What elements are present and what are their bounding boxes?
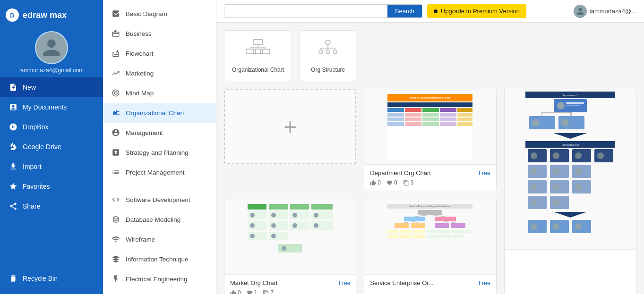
svg-point-50 — [532, 119, 540, 126]
blue-org-chart-card[interactable]: Department 1 — [504, 89, 636, 294]
svg-point-110 — [314, 223, 318, 228]
mid-label-database: Database Modeling — [126, 216, 180, 223]
nav-item-favorites[interactable]: Favorites — [0, 176, 103, 196]
nav-label-google-drive: Google Drive — [23, 143, 61, 151]
mid-item-database[interactable]: Database Modeling — [103, 210, 216, 229]
svg-rect-122 — [395, 223, 409, 228]
svg-line-129 — [414, 221, 418, 223]
project-icon — [111, 167, 121, 177]
svg-rect-35 — [422, 118, 439, 121]
upgrade-button[interactable]: Upgrade to Premium Version — [427, 4, 526, 18]
svg-rect-48 — [566, 105, 580, 106]
svg-point-104 — [250, 223, 255, 228]
svg-rect-94 — [311, 204, 333, 210]
mid-item-business[interactable]: Business — [103, 24, 216, 43]
nav-item-my-documents[interactable]: My Documents — [0, 97, 103, 117]
service-enterprise-info: Service Enterprise Or... Free — [364, 275, 496, 291]
svg-point-73 — [575, 168, 582, 175]
svg-rect-136 — [439, 230, 451, 233]
mid-label-management: Management — [126, 129, 163, 136]
import-icon — [9, 162, 18, 171]
upgrade-label: Upgrade to Premium Version — [441, 8, 520, 15]
svg-point-98 — [271, 213, 276, 218]
svg-point-14 — [319, 50, 323, 54]
svg-rect-34 — [405, 118, 421, 121]
svg-line-130 — [442, 221, 445, 223]
svg-rect-139 — [387, 235, 399, 238]
left-sidebar: D edraw max iammurtaza4@gmail.com New My… — [0, 0, 103, 294]
nav-item-recycle-bin[interactable]: Recycle Bin — [0, 269, 103, 288]
svg-rect-5 — [246, 49, 256, 54]
mid-label-software-dev: Software Development — [126, 196, 190, 203]
template-card-org-structure[interactable]: Org Structure — [300, 30, 356, 81]
dept-org-chart-preview: Matrix Organizational Chart — [364, 89, 496, 165]
svg-rect-31 — [440, 113, 456, 117]
mid-item-strategy[interactable]: Strategy and Planning — [103, 143, 216, 162]
svg-point-18 — [333, 50, 337, 54]
svg-point-83 — [553, 199, 559, 206]
user-account[interactable]: iammurtaza4@... — [574, 5, 636, 18]
share-icon — [9, 202, 18, 211]
svg-rect-32 — [457, 113, 472, 117]
market-org-chart-card[interactable]: Market Org Chart Free 0 1 — [224, 199, 356, 294]
mid-item-wireframe[interactable]: Wireframe — [103, 229, 216, 249]
mid-item-info-tech[interactable]: Information Technique — [103, 249, 216, 269]
market-likes: 0 — [230, 289, 241, 294]
mid-item-software-dev[interactable]: Software Development — [103, 190, 216, 210]
management-icon — [111, 127, 121, 138]
svg-rect-26 — [440, 108, 456, 112]
svg-rect-36 — [440, 118, 456, 121]
nav-item-google-drive[interactable]: Google Drive — [0, 137, 103, 157]
svg-rect-141 — [413, 235, 425, 238]
mid-item-management[interactable]: Management — [103, 123, 216, 143]
avatar-section: iammurtaza4@gmail.com — [15, 31, 88, 74]
add-card-preview[interactable]: + — [224, 89, 356, 164]
dept-org-chart-card[interactable]: Matrix Organizational Chart — [364, 89, 496, 191]
mid-item-flowchart[interactable]: Flowchart — [103, 43, 216, 63]
mid-label-info-tech: Information Technique — [126, 256, 189, 263]
market-copies-count: 7 — [270, 289, 274, 294]
svg-rect-23 — [387, 108, 404, 112]
mid-item-marketing[interactable]: Marketing — [103, 63, 216, 83]
mid-item-electrical[interactable]: Electrical Engineering — [103, 269, 216, 289]
svg-rect-29 — [405, 113, 421, 117]
nav-item-share[interactable]: Share — [0, 196, 103, 216]
mid-item-basic-diagram[interactable]: Basic Diagram — [103, 4, 216, 24]
strategy-icon — [111, 147, 121, 158]
search-button[interactable]: Search — [387, 5, 422, 17]
search-input[interactable] — [224, 5, 387, 17]
svg-point-16 — [326, 50, 330, 54]
svg-point-114 — [271, 234, 276, 238]
dept-org-chart-meta: 0 0 3 — [370, 179, 490, 186]
svg-point-46 — [557, 102, 565, 109]
mid-item-org-chart[interactable]: Organizational Chart — [103, 103, 216, 123]
svg-rect-47 — [566, 102, 584, 104]
user-avatar-icon — [576, 7, 584, 16]
svg-rect-142 — [427, 235, 438, 238]
mid-item-industrial[interactable]: Industrial Engineering — [103, 289, 216, 294]
mid-item-mind-map[interactable]: Mind Map — [103, 83, 216, 103]
template-card-label-org: Organizational Chart — [232, 67, 284, 73]
template-card-label-org-structure: Org Structure — [311, 67, 345, 73]
svg-point-10 — [326, 40, 330, 45]
diagram-grid: + Matrix Organizational Chart — [224, 89, 636, 294]
svg-rect-144 — [452, 235, 464, 238]
svg-point-52 — [561, 119, 569, 126]
svg-point-100 — [292, 213, 297, 218]
svg-rect-137 — [452, 230, 464, 233]
svg-line-128 — [402, 221, 414, 223]
market-org-chart-title: Market Org Chart — [230, 279, 277, 286]
new-blank-card[interactable]: + — [224, 89, 356, 191]
template-card-org-chart[interactable]: ≡ Organizational — [224, 30, 292, 81]
recycle-bin-icon — [9, 274, 18, 283]
mid-item-project[interactable]: Project Management — [103, 162, 216, 182]
market-hearts: 1 — [247, 289, 258, 294]
svg-rect-119 — [418, 210, 442, 215]
brand-logo: D — [6, 8, 19, 22]
basic-diagram-icon — [111, 8, 121, 19]
nav-item-dropbox[interactable]: DropBox — [0, 117, 103, 137]
nav-item-import[interactable]: Import — [0, 157, 103, 176]
service-enterprise-card[interactable]: Service Enterprise Organizational chart — [364, 199, 496, 294]
svg-marker-84 — [554, 212, 587, 218]
nav-item-new[interactable]: New — [0, 77, 103, 97]
